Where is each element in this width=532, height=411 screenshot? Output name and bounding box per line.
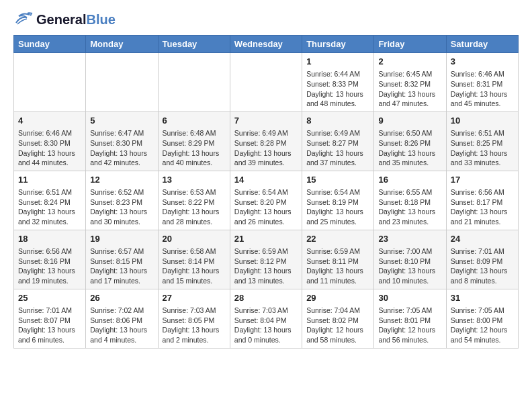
calendar-cell [86, 53, 158, 112]
day-number: 24 [451, 233, 514, 245]
day-info: Sunrise: 6:55 AMSunset: 8:18 PMDaylight:… [378, 187, 441, 227]
calendar-week-row: 25Sunrise: 7:01 AMSunset: 8:07 PMDayligh… [14, 289, 519, 348]
day-number: 16 [378, 174, 441, 186]
calendar-header-sunday: Sunday [14, 36, 86, 53]
day-info: Sunrise: 6:54 AMSunset: 8:20 PMDaylight:… [234, 187, 298, 227]
day-info: Sunrise: 7:05 AMSunset: 8:01 PMDaylight:… [378, 306, 441, 345]
day-number: 5 [90, 115, 153, 127]
calendar-cell: 17Sunrise: 6:56 AMSunset: 8:17 PMDayligh… [446, 171, 518, 230]
calendar-header-friday: Friday [374, 36, 446, 53]
day-number: 8 [306, 115, 369, 127]
calendar-week-row: 1Sunrise: 6:44 AMSunset: 8:33 PMDaylight… [14, 53, 519, 112]
day-info: Sunrise: 6:53 AMSunset: 8:22 PMDaylight:… [163, 187, 226, 227]
day-info: Sunrise: 6:59 AMSunset: 8:11 PMDaylight:… [306, 246, 369, 286]
calendar-cell: 15Sunrise: 6:54 AMSunset: 8:19 PMDayligh… [302, 171, 374, 230]
day-number: 26 [90, 292, 153, 304]
day-number: 1 [306, 56, 369, 68]
calendar-cell: 30Sunrise: 7:05 AMSunset: 8:01 PMDayligh… [374, 289, 446, 348]
calendar-cell: 31Sunrise: 7:05 AMSunset: 8:00 PMDayligh… [446, 289, 518, 348]
calendar-cell: 25Sunrise: 7:01 AMSunset: 8:07 PMDayligh… [14, 289, 86, 348]
day-info: Sunrise: 6:47 AMSunset: 8:30 PMDaylight:… [90, 128, 153, 168]
calendar-week-row: 18Sunrise: 6:56 AMSunset: 8:16 PMDayligh… [14, 230, 519, 289]
day-number: 6 [163, 115, 226, 127]
calendar-cell [230, 53, 302, 112]
calendar-cell: 2Sunrise: 6:45 AMSunset: 8:32 PMDaylight… [374, 53, 446, 112]
calendar-cell: 6Sunrise: 6:48 AMSunset: 8:29 PMDaylight… [158, 111, 230, 171]
day-info: Sunrise: 6:56 AMSunset: 8:17 PMDaylight:… [451, 187, 514, 227]
day-info: Sunrise: 7:03 AMSunset: 8:05 PMDaylight:… [163, 306, 226, 345]
calendar-cell [14, 53, 86, 112]
day-info: Sunrise: 6:46 AMSunset: 8:30 PMDaylight:… [18, 128, 81, 168]
calendar-cell: 9Sunrise: 6:50 AMSunset: 8:26 PMDaylight… [374, 111, 446, 171]
calendar-table: SundayMondayTuesdayWednesdayThursdayFrid… [13, 35, 519, 349]
day-number: 7 [234, 115, 298, 127]
calendar-cell: 27Sunrise: 7:03 AMSunset: 8:05 PMDayligh… [158, 289, 230, 348]
day-info: Sunrise: 6:57 AMSunset: 8:15 PMDaylight:… [90, 246, 153, 286]
day-info: Sunrise: 6:44 AMSunset: 8:33 PMDaylight:… [306, 69, 369, 109]
day-info: Sunrise: 6:54 AMSunset: 8:19 PMDaylight:… [306, 187, 369, 227]
day-info: Sunrise: 7:01 AMSunset: 8:07 PMDaylight:… [18, 306, 81, 345]
day-info: Sunrise: 7:04 AMSunset: 8:02 PMDaylight:… [306, 306, 369, 345]
day-number: 21 [234, 233, 298, 245]
calendar-header-tuesday: Tuesday [158, 36, 230, 53]
calendar-cell: 18Sunrise: 6:56 AMSunset: 8:16 PMDayligh… [14, 230, 86, 289]
day-info: Sunrise: 6:45 AMSunset: 8:32 PMDaylight:… [378, 69, 441, 109]
calendar-cell: 24Sunrise: 7:01 AMSunset: 8:09 PMDayligh… [446, 230, 518, 289]
calendar-cell: 3Sunrise: 6:46 AMSunset: 8:31 PMDaylight… [446, 53, 518, 112]
calendar-cell: 28Sunrise: 7:03 AMSunset: 8:04 PMDayligh… [230, 289, 302, 348]
day-info: Sunrise: 6:50 AMSunset: 8:26 PMDaylight:… [378, 128, 441, 168]
calendar-cell: 8Sunrise: 6:49 AMSunset: 8:27 PMDaylight… [302, 111, 374, 171]
day-number: 27 [163, 292, 226, 304]
day-info: Sunrise: 6:58 AMSunset: 8:14 PMDaylight:… [163, 246, 226, 286]
calendar-cell [158, 53, 230, 112]
calendar-cell: 29Sunrise: 7:04 AMSunset: 8:02 PMDayligh… [302, 289, 374, 348]
calendar-week-row: 11Sunrise: 6:51 AMSunset: 8:24 PMDayligh… [14, 171, 519, 230]
day-number: 4 [18, 115, 81, 127]
calendar-header-row: SundayMondayTuesdayWednesdayThursdayFrid… [14, 36, 519, 53]
logo-blue: Blue [86, 12, 115, 27]
day-number: 13 [163, 174, 226, 186]
calendar-cell: 7Sunrise: 6:49 AMSunset: 8:28 PMDaylight… [230, 111, 302, 171]
calendar-cell: 1Sunrise: 6:44 AMSunset: 8:33 PMDaylight… [302, 53, 374, 112]
calendar-cell: 12Sunrise: 6:52 AMSunset: 8:23 PMDayligh… [86, 171, 158, 230]
calendar-cell: 19Sunrise: 6:57 AMSunset: 8:15 PMDayligh… [86, 230, 158, 289]
calendar-cell: 23Sunrise: 7:00 AMSunset: 8:10 PMDayligh… [374, 230, 446, 289]
calendar-week-row: 4Sunrise: 6:46 AMSunset: 8:30 PMDaylight… [14, 111, 519, 171]
day-info: Sunrise: 7:05 AMSunset: 8:00 PMDaylight:… [451, 306, 514, 345]
day-number: 11 [18, 174, 81, 186]
day-number: 25 [18, 292, 81, 304]
calendar-cell: 13Sunrise: 6:53 AMSunset: 8:22 PMDayligh… [158, 171, 230, 230]
calendar-cell: 20Sunrise: 6:58 AMSunset: 8:14 PMDayligh… [158, 230, 230, 289]
logo-icon [13, 11, 34, 28]
logo-general: General [36, 12, 86, 27]
page-header: GeneralBlue [13, 11, 519, 28]
calendar-cell: 10Sunrise: 6:51 AMSunset: 8:25 PMDayligh… [446, 111, 518, 171]
day-info: Sunrise: 6:59 AMSunset: 8:12 PMDaylight:… [234, 246, 298, 286]
day-info: Sunrise: 6:52 AMSunset: 8:23 PMDaylight:… [90, 187, 153, 227]
calendar-cell: 22Sunrise: 6:59 AMSunset: 8:11 PMDayligh… [302, 230, 374, 289]
day-info: Sunrise: 6:51 AMSunset: 8:25 PMDaylight:… [451, 128, 514, 168]
day-number: 30 [378, 292, 441, 304]
calendar-header-thursday: Thursday [302, 36, 374, 53]
day-info: Sunrise: 6:49 AMSunset: 8:28 PMDaylight:… [234, 128, 298, 168]
day-number: 3 [451, 56, 514, 68]
day-number: 18 [18, 233, 81, 245]
day-number: 10 [451, 115, 514, 127]
day-number: 29 [306, 292, 369, 304]
day-number: 9 [378, 115, 441, 127]
day-info: Sunrise: 6:48 AMSunset: 8:29 PMDaylight:… [163, 128, 226, 168]
day-number: 14 [234, 174, 298, 186]
calendar-header-saturday: Saturday [446, 36, 518, 53]
day-number: 19 [90, 233, 153, 245]
day-number: 12 [90, 174, 153, 186]
calendar-cell: 5Sunrise: 6:47 AMSunset: 8:30 PMDaylight… [86, 111, 158, 171]
day-info: Sunrise: 7:02 AMSunset: 8:06 PMDaylight:… [90, 306, 153, 345]
logo: GeneralBlue [13, 11, 116, 28]
day-number: 31 [451, 292, 514, 304]
calendar-cell: 26Sunrise: 7:02 AMSunset: 8:06 PMDayligh… [86, 289, 158, 348]
day-info: Sunrise: 6:49 AMSunset: 8:27 PMDaylight:… [306, 128, 369, 168]
day-info: Sunrise: 6:51 AMSunset: 8:24 PMDaylight:… [18, 187, 81, 227]
day-number: 2 [378, 56, 441, 68]
calendar-cell: 4Sunrise: 6:46 AMSunset: 8:30 PMDaylight… [14, 111, 86, 171]
day-number: 22 [306, 233, 369, 245]
